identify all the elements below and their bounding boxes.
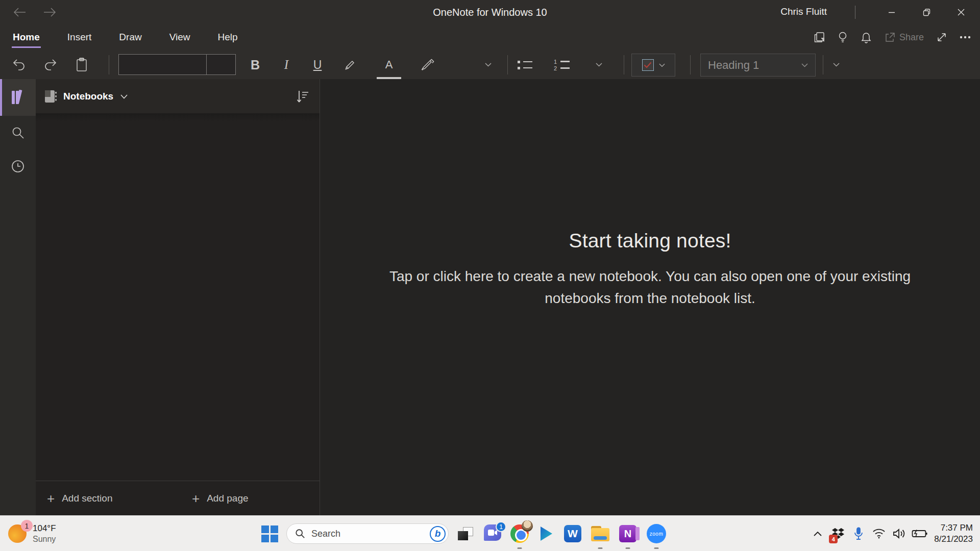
bing-chat-icon[interactable]: b [430,526,446,542]
ribbon-toolbar: B I U A A✕ 12 [0,50,980,79]
battery-icon[interactable] [910,516,930,551]
search-icon [11,126,24,139]
taskbar-search-box[interactable]: Search b [286,523,449,544]
file-explorer-button[interactable] [589,516,612,551]
todo-tag-dropdown[interactable] [631,54,675,77]
note-canvas[interactable]: Start taking notes! Tap or click here to… [320,79,980,515]
empty-state-body: Tap or click here to create a new notebo… [344,265,957,309]
wifi-icon[interactable] [869,516,889,551]
font-name-input[interactable] [118,54,206,75]
fullscreen-icon[interactable] [930,24,953,50]
paste-clipboard-icon[interactable] [70,54,93,76]
toolbar-overflow-chevron-icon[interactable] [827,54,845,76]
notebook-list-empty[interactable] [36,113,320,481]
font-size-input[interactable] [206,54,236,75]
notebook-icon [44,89,57,104]
movies-tv-button[interactable] [534,516,558,551]
rail-item-recent-notes[interactable] [0,149,36,183]
chat-badge: 1 [496,521,506,532]
toolbar-divider [624,55,624,74]
task-view-button[interactable] [454,516,477,551]
empty-state-body-line2: notebooks from the notebook list. [344,287,957,309]
toolbar-divider [690,55,691,74]
clock-date: 8/21/2023 [934,534,973,545]
search-placeholder: Search [311,529,430,539]
search-icon [295,529,305,539]
chrome-button[interactable] [508,516,531,551]
ribbon-tabs: Home Insert Draw View Help Share [0,24,980,50]
immersive-reader-icon[interactable] [807,24,831,50]
navigation-rail [0,79,36,515]
add-section-button[interactable]: + Add section [47,493,180,504]
list-overflow-chevron-icon[interactable] [590,54,608,76]
volume-icon[interactable] [889,516,910,551]
redo-icon[interactable] [39,54,62,76]
word-button[interactable]: W [561,516,584,551]
dropbox-tray-icon[interactable]: 4 [828,516,848,551]
notebooks-panel-header: Notebooks [36,79,320,113]
plus-icon: + [192,493,200,504]
weather-widget[interactable]: 1 104°F Sunny [8,516,56,551]
rail-item-notebooks[interactable] [0,79,36,116]
tray-expand-chevron-icon[interactable] [807,516,828,551]
close-button[interactable] [946,0,976,24]
word-letter: W [568,528,578,540]
folder-icon [591,526,609,541]
underline-icon[interactable]: U [306,54,329,76]
italic-icon[interactable]: I [275,54,298,76]
word-icon: W [564,525,581,542]
tab-view[interactable]: View [168,27,191,48]
bing-letter: b [435,528,441,539]
add-page-button[interactable]: + Add page [192,493,249,504]
share-button[interactable]: Share [878,32,930,43]
numbered-list-icon[interactable]: 12 [550,54,573,76]
windows-logo-icon [261,525,278,542]
highlighter-icon[interactable] [339,54,361,76]
undo-icon[interactable] [8,54,30,76]
format-painter-icon[interactable] [416,54,439,76]
onenote-icon: N [619,525,636,542]
restore-button[interactable] [912,0,941,24]
notifications-bell-icon[interactable] [854,24,878,50]
style-dropdown-value: Heading 1 [708,59,759,72]
system-tray: 4 7:37 PM 8/21/2023 [807,516,980,551]
tab-help[interactable]: Help [217,27,239,48]
sort-icon[interactable] [296,90,309,103]
share-icon [884,32,895,42]
bulleted-list-icon[interactable] [513,54,536,76]
account-name[interactable]: Chris Fluitt [780,6,827,17]
empty-state-message[interactable]: Start taking notes! Tap or click here to… [344,230,957,309]
font-color-icon[interactable]: A [378,54,400,76]
tab-draw[interactable]: Draw [118,27,142,48]
app-title: OneNote for Windows 10 [0,0,980,24]
zoom-button[interactable]: zoom [645,516,668,551]
onenote-button[interactable]: N [616,516,640,551]
teams-chat-button[interactable]: 1 [481,516,505,551]
add-page-label: Add page [207,493,248,504]
todo-checkbox-icon [642,59,654,71]
tab-insert[interactable]: Insert [66,27,93,48]
chevron-down-icon [659,63,665,67]
onenote-app-window: OneNote for Windows 10 Chris Fluitt Home… [0,0,980,551]
weather-condition: Sunny [33,535,56,544]
lightbulb-icon[interactable] [831,24,854,50]
empty-state-heading: Start taking notes! [344,230,957,252]
onenote-letter: N [624,528,631,540]
library-books-icon [10,90,26,105]
zoom-icon: zoom [647,524,666,543]
empty-state-body-line1: Tap or click here to create a new notebo… [344,265,957,287]
tab-home[interactable]: Home [12,27,41,48]
notebooks-dropdown-label[interactable]: Notebooks [63,91,113,102]
windows-taskbar: 1 104°F Sunny Search b [0,515,980,551]
chevron-down-icon[interactable] [120,92,128,101]
more-options-icon[interactable] [953,24,977,50]
microphone-tray-icon[interactable] [848,516,869,551]
rail-item-search[interactable] [0,116,36,149]
format-overflow-chevron-icon[interactable] [479,54,497,76]
taskbar-clock[interactable]: 7:37 PM 8/21/2023 [934,522,973,545]
bold-icon[interactable]: B [244,54,266,76]
minimize-button[interactable] [877,0,906,24]
start-button[interactable] [258,516,281,551]
share-label: Share [899,32,924,43]
style-dropdown[interactable]: Heading 1 [700,54,816,77]
